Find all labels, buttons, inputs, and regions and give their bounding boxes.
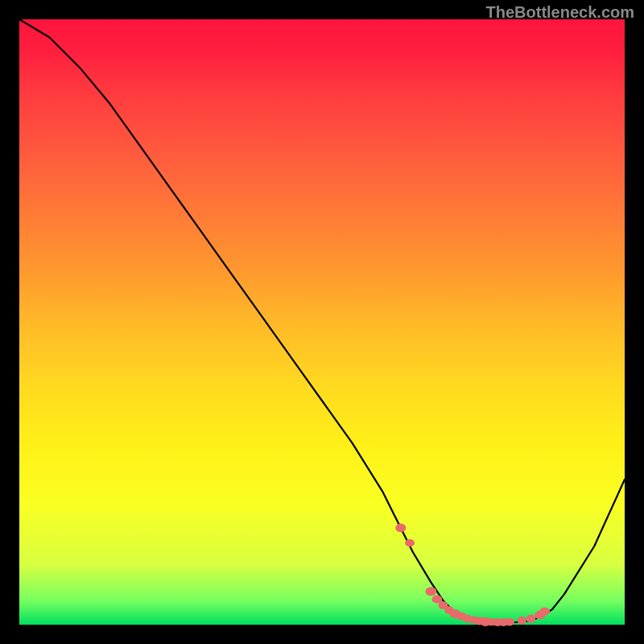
marker-point xyxy=(539,608,550,616)
marker-point xyxy=(395,523,406,532)
bottleneck-curve xyxy=(19,19,625,622)
marker-point xyxy=(517,617,526,625)
watermark-text: TheBottleneck.com xyxy=(486,3,634,22)
marker-point xyxy=(526,614,535,623)
marker-point xyxy=(405,539,415,547)
marker-point xyxy=(425,587,436,596)
marker-point xyxy=(505,618,514,626)
marker-group xyxy=(395,523,550,626)
plot-area xyxy=(19,19,625,625)
chart-svg xyxy=(19,19,625,625)
